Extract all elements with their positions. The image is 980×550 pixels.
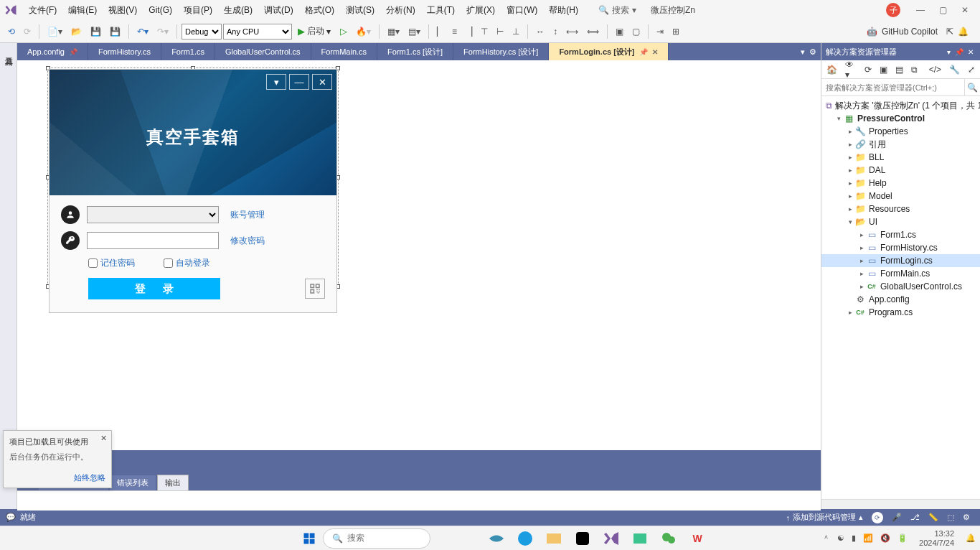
redo-button[interactable]: ↷▾ — [154, 24, 172, 39]
taskbar-clock[interactable]: 13:32 2024/7/24 — [919, 529, 954, 546]
file-form1[interactable]: ▸▭Form1.cs — [821, 228, 980, 241]
hspace-button[interactable]: ↔ — [532, 24, 548, 39]
status-git-icon[interactable]: ⎇ — [906, 513, 924, 522]
panel-close-button[interactable]: ✕ — [966, 48, 976, 56]
mic-icon[interactable]: 🎤 — [887, 513, 906, 522]
properties-button[interactable]: 🔧 — [947, 63, 962, 76]
github-copilot-button[interactable]: 🤖 GitHub Copilot ⇱ 🔔 — [867, 27, 976, 37]
tab-error-list[interactable]: 错误列表 — [110, 475, 156, 490]
form-minimize-button[interactable]: ― — [289, 74, 309, 90]
panel-pin-button[interactable]: 📌 — [953, 48, 966, 56]
config-dropdown[interactable]: Debug — [182, 24, 222, 39]
tab-formmain[interactable]: FormMain.cs — [311, 43, 378, 60]
folder-model[interactable]: ▸📁Model — [821, 190, 980, 202]
panel-scrollbar[interactable] — [821, 499, 980, 509]
solution-search-input[interactable] — [821, 79, 964, 95]
menu-tools[interactable]: 工具(T) — [421, 2, 461, 19]
save-all-button[interactable]: 💾 — [106, 24, 124, 39]
app-wechat-icon[interactable] — [660, 530, 677, 547]
copy-button[interactable]: ⧉ — [909, 63, 920, 76]
app-terminal-icon[interactable] — [631, 530, 649, 547]
hot-reload-button[interactable]: 🔥▾ — [352, 24, 374, 39]
change-password-link[interactable]: 修改密码 — [230, 235, 265, 247]
preview-button[interactable]: ⤢ — [966, 63, 977, 76]
tab-settings-button[interactable]: ⚙ — [809, 47, 816, 57]
home-button[interactable]: 🏠 — [824, 63, 839, 76]
lock-controls-button[interactable]: ⊞ — [669, 24, 683, 39]
menu-view[interactable]: 视图(V) — [103, 2, 143, 19]
menubar-search[interactable]: 🔍 搜索 ▾ — [598, 4, 636, 17]
menu-build[interactable]: 生成(B) — [218, 2, 258, 19]
app-wps-icon[interactable]: W — [689, 530, 706, 547]
panel-dropdown-button[interactable]: ▾ — [945, 48, 953, 56]
close-icon[interactable]: ✕ — [652, 48, 658, 56]
search-submit-button[interactable]: 🔍 — [964, 79, 980, 95]
popup-ignore-link[interactable]: 始终忽略 — [9, 472, 105, 483]
popup-close-button[interactable]: ✕ — [100, 434, 107, 443]
tab-formlogin-design[interactable]: FormLogin.cs [设计] 📌 ✕ — [549, 43, 668, 60]
tray-expand-icon[interactable]: ＾ — [822, 533, 830, 544]
back-button[interactable]: ⟲ — [4, 24, 19, 39]
status-settings-icon[interactable]: ⚙ — [958, 513, 974, 522]
feedback-icon[interactable]: 💬 — [6, 513, 16, 522]
align-bottom-button[interactable]: ⊥ — [509, 24, 523, 39]
align-top-button[interactable]: ⊤ — [477, 24, 491, 39]
file-formmain[interactable]: ▸▭FormMain.cs — [821, 267, 980, 280]
collapse-button[interactable]: ▣ — [877, 63, 890, 76]
menu-test[interactable]: 测试(S) — [340, 2, 380, 19]
align-center-button[interactable]: ≡ — [448, 24, 461, 39]
status-ruler-icon[interactable]: 📏 — [924, 513, 943, 522]
layout-snap-button[interactable]: ▤▾ — [405, 24, 424, 39]
folder-help[interactable]: ▸📁Help — [821, 177, 980, 190]
layout-grid-button[interactable]: ▦▾ — [384, 24, 403, 39]
references-node[interactable]: ▸🔗引用 — [821, 138, 980, 151]
app-edge-icon[interactable] — [517, 530, 534, 547]
remember-checkbox[interactable]: 记住密码 — [88, 257, 135, 269]
tray-volume-icon[interactable]: 🔇 — [880, 533, 890, 543]
username-dropdown[interactable] — [87, 206, 219, 223]
tab-overflow-button[interactable]: ▾ — [801, 47, 805, 57]
tab-form1[interactable]: Form1.cs — [161, 43, 215, 60]
menu-git[interactable]: Git(G) — [143, 3, 178, 17]
file-globaluc[interactable]: ▸C#GlobalUserControl.cs — [821, 280, 980, 293]
tab-appconfig[interactable]: App.config📌 — [17, 43, 88, 60]
menu-debug[interactable]: 调试(D) — [258, 2, 299, 19]
taskbar-search[interactable]: 🔍 搜索 — [323, 528, 430, 549]
tab-output[interactable]: 输出 — [157, 475, 189, 490]
start-button[interactable] — [298, 528, 320, 549]
folder-bll[interactable]: ▸📁BLL — [821, 151, 980, 164]
sync-button[interactable]: 👁▾ — [843, 58, 859, 81]
datasources-tab[interactable]: 数据源 — [0, 47, 1, 509]
window-close-button[interactable]: ✕ — [954, 2, 976, 18]
account-manage-link[interactable]: 账号管理 — [230, 209, 265, 221]
status-bell-icon[interactable]: ⬚ — [943, 513, 958, 522]
app-visualstudio-icon[interactable] — [603, 530, 620, 547]
password-input[interactable] — [87, 232, 219, 249]
align-middle-button[interactable]: ⊢ — [493, 24, 507, 39]
save-button[interactable]: 💾 — [87, 24, 105, 39]
tray-notifications-icon[interactable]: 🔔 — [966, 533, 976, 543]
app-capcut-icon[interactable] — [574, 530, 591, 547]
tray-input-icon[interactable]: ☯ — [837, 533, 844, 543]
project-node[interactable]: ▾▦PressureControl — [821, 112, 980, 125]
bring-front-button[interactable]: ▣ — [612, 24, 627, 39]
tray-app-icon[interactable]: ▮ — [852, 533, 856, 543]
file-formhistory[interactable]: ▸▭FormHistory.cs — [821, 241, 980, 254]
tab-formhistory[interactable]: FormHistory.cs — [88, 43, 161, 60]
notifications-icon[interactable]: 🔔 — [958, 27, 969, 37]
login-button[interactable]: 登 录 — [88, 278, 220, 299]
menu-help[interactable]: 帮助(H) — [543, 2, 584, 19]
file-program[interactable]: ▸C#Program.cs — [821, 306, 980, 319]
vspace-button[interactable]: ↕ — [550, 24, 561, 39]
app-shark-icon[interactable] — [488, 530, 505, 547]
same-height-button[interactable]: ⟺ — [583, 24, 603, 39]
menu-project[interactable]: 项目(P) — [178, 2, 218, 19]
align-right-button[interactable]: ▕ — [462, 24, 476, 39]
open-button[interactable]: 📂 — [67, 24, 85, 39]
start-debug-button[interactable]: ▶ 启动 ▾ — [293, 24, 335, 39]
autologin-checkbox[interactable]: 自动登录 — [164, 257, 210, 269]
menu-edit[interactable]: 编辑(E) — [62, 2, 103, 19]
refresh-button[interactable]: ⟳ — [862, 63, 874, 76]
login-form[interactable]: ▾ ― ✕ 真空手套箱 账号管理 — [49, 69, 337, 313]
menu-file[interactable]: 文件(F) — [23, 2, 62, 19]
